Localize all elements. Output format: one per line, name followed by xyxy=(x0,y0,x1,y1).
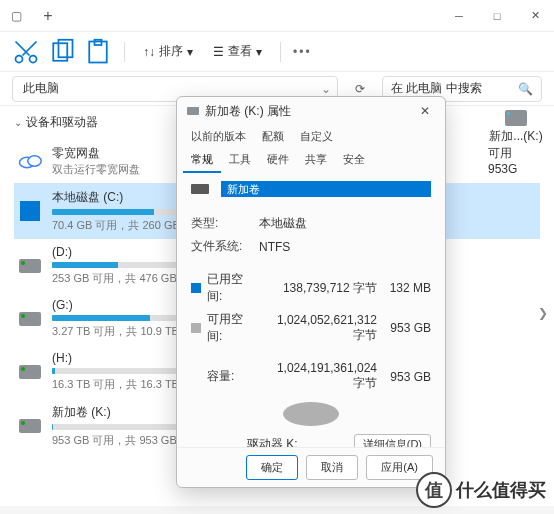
cancel-button[interactable]: 取消 xyxy=(306,455,358,480)
dialog-title: 新加卷 (K:) 属性 xyxy=(205,103,291,120)
search-icon: 🔍 xyxy=(518,82,533,96)
dialog-tabs-2: 常规 工具 硬件 共享 安全 xyxy=(177,148,445,173)
hdd-icon xyxy=(18,254,42,278)
fs-value: NTFS xyxy=(259,240,431,254)
used-row: 已用空间: 138,739,712 字节 132 MB xyxy=(191,271,431,305)
usage-fill xyxy=(52,368,55,374)
ok-button[interactable]: 确定 xyxy=(246,455,298,480)
cap-size: 953 GB xyxy=(383,370,431,384)
hdd-icon xyxy=(18,414,42,438)
chevron-right-icon[interactable]: ❯ xyxy=(538,306,548,320)
type-label: 类型: xyxy=(191,215,247,232)
tab-previous-versions[interactable]: 以前的版本 xyxy=(183,125,254,148)
window-tabs: ▢ + xyxy=(0,0,64,31)
volume-name-input[interactable] xyxy=(221,181,431,197)
cap-label: 容量: xyxy=(207,368,257,385)
usage-donut xyxy=(283,402,339,426)
toolbar: ↑↓ 排序 ▾ ☰ 查看 ▾ ••• xyxy=(0,32,554,72)
svg-point-1 xyxy=(30,55,37,62)
tab-icon[interactable]: ▢ xyxy=(0,0,32,31)
tab-hardware[interactable]: 硬件 xyxy=(259,148,297,173)
separator xyxy=(280,42,281,62)
usage-bar xyxy=(52,209,192,215)
tab-security[interactable]: 安全 xyxy=(335,148,373,173)
watermark-text: 什么值得买 xyxy=(456,478,546,502)
free-size: 953 GB xyxy=(383,321,431,335)
separator xyxy=(124,42,125,62)
used-bytes: 138,739,712 字节 xyxy=(263,280,377,297)
more-button[interactable]: ••• xyxy=(293,45,312,59)
cloud-icon xyxy=(18,149,42,173)
svg-point-0 xyxy=(16,55,23,62)
cap-bytes: 1,024,191,361,024 字节 xyxy=(263,361,377,392)
dialog-title-left: 新加卷 (K:) 属性 xyxy=(187,103,291,120)
free-label: 可用空间: xyxy=(207,311,257,345)
tab-quota[interactable]: 配额 xyxy=(254,125,292,148)
dialog-titlebar: 新加卷 (K:) 属性 ✕ xyxy=(177,97,445,125)
fs-row: 文件系统: NTFS xyxy=(191,238,431,255)
paste-icon[interactable] xyxy=(84,38,112,66)
sort-button[interactable]: ↑↓ 排序 ▾ xyxy=(137,43,199,60)
dialog-footer: 确定 取消 应用(A) xyxy=(177,447,445,487)
hdd-icon xyxy=(187,107,199,115)
driver-label: 驱动器 K: xyxy=(191,436,354,447)
dialog-body: 类型: 本地磁盘 文件系统: NTFS 已用空间: 138,739,712 字节… xyxy=(177,173,445,447)
free-color-swatch xyxy=(191,323,201,333)
details-button[interactable]: 详细信息(D) xyxy=(354,434,431,447)
fs-label: 文件系统: xyxy=(191,238,247,255)
window-titlebar: ▢ + ─ □ ✕ xyxy=(0,0,554,32)
used-label: 已用空间: xyxy=(207,271,257,305)
svg-point-7 xyxy=(28,156,42,167)
usage-fill xyxy=(52,424,53,430)
hdd-icon xyxy=(18,360,42,384)
maximize-button[interactable]: □ xyxy=(478,0,516,32)
chevron-down-icon[interactable]: ⌄ xyxy=(321,82,331,96)
usage-fill xyxy=(52,209,154,215)
watermark: 值 什么值得买 xyxy=(416,472,546,508)
used-size: 132 MB xyxy=(383,281,431,295)
free-bytes: 1,024,052,621,312 字节 xyxy=(263,313,377,344)
window-controls: ─ □ ✕ xyxy=(440,0,554,32)
chevron-down-icon: ⌄ xyxy=(14,117,22,128)
tab-sharing[interactable]: 共享 xyxy=(297,148,335,173)
search-placeholder: 在 此电脑 中搜索 xyxy=(391,80,482,97)
cut-icon[interactable] xyxy=(12,38,40,66)
details-drive[interactable]: 新加...(K:) 可用 953G xyxy=(488,110,544,176)
tab-general[interactable]: 常规 xyxy=(183,148,221,173)
windows-icon xyxy=(18,199,42,223)
usage-fill xyxy=(52,315,150,321)
tab-tools[interactable]: 工具 xyxy=(221,148,259,173)
copy-icon[interactable] xyxy=(48,38,76,66)
breadcrumb-label: 此电脑 xyxy=(23,80,59,97)
name-row xyxy=(191,181,431,197)
hdd-icon xyxy=(505,110,527,126)
type-row: 类型: 本地磁盘 xyxy=(191,215,431,232)
usage-bar xyxy=(52,262,192,268)
sort-label: 排序 xyxy=(159,43,183,60)
close-button[interactable]: ✕ xyxy=(516,0,554,32)
usage-fill xyxy=(52,262,118,268)
watermark-icon: 值 xyxy=(416,472,452,508)
driver-row: 驱动器 K: 详细信息(D) xyxy=(191,434,431,447)
details-sub: 可用 953G xyxy=(488,145,544,176)
usage-bar xyxy=(52,315,192,321)
cap-row: 容量: 1,024,191,361,024 字节 953 GB xyxy=(191,361,431,392)
type-value: 本地磁盘 xyxy=(259,215,431,232)
section-title: 设备和驱动器 xyxy=(26,114,98,131)
properties-dialog: 新加卷 (K:) 属性 ✕ 以前的版本 配额 自定义 常规 工具 硬件 共享 安… xyxy=(176,96,446,488)
dialog-tabs: 以前的版本 配额 自定义 xyxy=(177,125,445,148)
minimize-button[interactable]: ─ xyxy=(440,0,478,32)
view-label: 查看 xyxy=(228,43,252,60)
usage-bar xyxy=(52,424,192,430)
view-button[interactable]: ☰ 查看 ▾ xyxy=(207,43,268,60)
hdd-icon xyxy=(18,307,42,331)
hdd-icon xyxy=(191,184,209,194)
details-name: 新加...(K:) xyxy=(489,128,542,145)
tab-custom[interactable]: 自定义 xyxy=(292,125,341,148)
dialog-close-button[interactable]: ✕ xyxy=(415,101,435,121)
usage-bar xyxy=(52,368,192,374)
free-row: 可用空间: 1,024,052,621,312 字节 953 GB xyxy=(191,311,431,345)
details-pane: 新加...(K:) 可用 953G xyxy=(488,106,544,176)
used-color-swatch xyxy=(191,283,201,293)
new-tab-button[interactable]: + xyxy=(32,0,64,31)
